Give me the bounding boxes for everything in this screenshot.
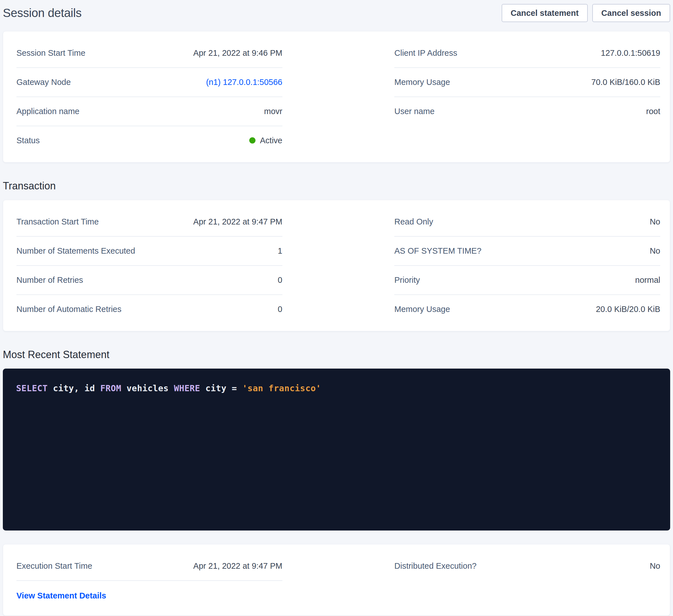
row-label: Session Start Time [16, 48, 85, 58]
row-value: 20.0 KiB/20.0 KiB [596, 304, 660, 314]
sql-token: 'san francisco' [242, 383, 321, 393]
sql-statement-text: SELECT city, id FROM vehicles WHERE city… [16, 383, 657, 393]
row-value: No [650, 217, 660, 227]
row-label: Distributed Execution? [394, 561, 476, 571]
summary-row-gateway-node: Gateway Node (n1) 127.0.0.1:50566 [16, 68, 282, 97]
status-text: Active [260, 136, 282, 145]
transaction-right-column: Read Only No AS OF SYSTEM TIME? No Prior… [394, 208, 660, 324]
view-statement-details-link[interactable]: View Statement Details [16, 591, 106, 600]
row-label: Execution Start Time [16, 561, 92, 571]
session-details-page: Session details Cancel statement Cancel … [0, 0, 673, 616]
row-value: 70.0 KiB/160.0 KiB [592, 77, 660, 87]
row-value: 0 [278, 275, 282, 285]
session-summary-columns: Session Start Time Apr 21, 2022 at 9:46 … [16, 39, 660, 155]
summary-row-statements-executed: Number of Statements Executed 1 [16, 237, 282, 266]
summary-row-client-ip: Client IP Address 127.0.0.1:50619 [394, 39, 660, 68]
gateway-node-link[interactable]: (n1) 127.0.0.1:50566 [206, 77, 282, 87]
summary-row-memory-usage: Memory Usage 70.0 KiB/160.0 KiB [394, 68, 660, 97]
row-value: No [650, 246, 660, 256]
execution-summary-card: Execution Start Time Apr 21, 2022 at 9:4… [3, 544, 670, 616]
cancel-session-button[interactable]: Cancel session [592, 4, 670, 22]
row-value: normal [635, 275, 660, 285]
row-label: Number of Statements Executed [16, 246, 135, 256]
summary-row-priority: Priority normal [394, 266, 660, 295]
status-active-dot-icon [249, 137, 255, 143]
summary-row-status: Status Active [16, 126, 282, 155]
row-label: Status [16, 135, 40, 145]
cancel-statement-button[interactable]: Cancel statement [502, 4, 588, 22]
session-summary-right-column: Client IP Address 127.0.0.1:50619 Memory… [394, 39, 660, 155]
transaction-columns: Transaction Start Time Apr 21, 2022 at 9… [16, 208, 660, 324]
sql-statement-box: SELECT city, id FROM vehicles WHERE city… [3, 369, 670, 531]
row-value: No [650, 561, 660, 571]
summary-row-application-name: Application name movr [16, 97, 282, 126]
row-label: Transaction Start Time [16, 217, 99, 227]
sql-token: WHERE [174, 383, 200, 393]
summary-row-execution-start-time: Execution Start Time Apr 21, 2022 at 9:4… [16, 552, 282, 581]
summary-row-read-only: Read Only No [394, 208, 660, 237]
sql-token: FROM [100, 383, 121, 393]
session-summary-left-column: Session Start Time Apr 21, 2022 at 9:46 … [16, 39, 282, 155]
row-label: Read Only [394, 217, 433, 227]
row-value: Apr 21, 2022 at 9:47 PM [193, 217, 282, 227]
row-label: Gateway Node [16, 77, 71, 87]
summary-row-distributed-execution: Distributed Execution? No [394, 552, 660, 580]
header-actions: Cancel statement Cancel session [502, 4, 670, 22]
row-label: Memory Usage [394, 77, 450, 87]
summary-row-session-start-time: Session Start Time Apr 21, 2022 at 9:46 … [16, 39, 282, 68]
summary-row-user-name: User name root [394, 97, 660, 126]
summary-row-automatic-retries: Number of Automatic Retries 0 [16, 295, 282, 324]
sql-token: city, id [48, 383, 100, 393]
row-value: Apr 21, 2022 at 9:46 PM [193, 48, 282, 58]
execution-right-column: Distributed Execution? No [394, 552, 660, 603]
sql-token: SELECT [16, 383, 48, 393]
session-summary-card: Session Start Time Apr 21, 2022 at 9:46 … [3, 31, 670, 163]
row-value: 127.0.0.1:50619 [601, 48, 660, 58]
row-value: 0 [278, 304, 282, 314]
most-recent-statement-heading: Most Recent Statement [3, 349, 670, 361]
transaction-summary-card: Transaction Start Time Apr 21, 2022 at 9… [3, 200, 670, 331]
page-title: Session details [3, 6, 81, 20]
page-header: Session details Cancel statement Cancel … [3, 4, 670, 22]
row-label: Priority [394, 275, 420, 285]
summary-row-transaction-start-time: Transaction Start Time Apr 21, 2022 at 9… [16, 208, 282, 237]
row-value: movr [264, 106, 282, 116]
row-value: 1 [278, 246, 282, 256]
row-value: Apr 21, 2022 at 9:47 PM [193, 561, 282, 571]
status-value: Active [249, 135, 282, 145]
view-statement-details-row: View Statement Details [16, 581, 282, 603]
row-label: Number of Automatic Retries [16, 304, 122, 314]
row-value: root [646, 106, 660, 116]
row-label: Memory Usage [394, 304, 450, 314]
summary-row-txn-memory-usage: Memory Usage 20.0 KiB/20.0 KiB [394, 295, 660, 324]
execution-columns: Execution Start Time Apr 21, 2022 at 9:4… [16, 552, 660, 603]
sql-token: city = [200, 383, 242, 393]
sql-token: vehicles [121, 383, 174, 393]
row-label: Client IP Address [394, 48, 457, 58]
summary-row-number-of-retries: Number of Retries 0 [16, 266, 282, 295]
row-label: Application name [16, 106, 79, 116]
row-label: Number of Retries [16, 275, 83, 285]
execution-left-column: Execution Start Time Apr 21, 2022 at 9:4… [16, 552, 282, 603]
transaction-left-column: Transaction Start Time Apr 21, 2022 at 9… [16, 208, 282, 324]
summary-row-as-of-system-time: AS OF SYSTEM TIME? No [394, 237, 660, 266]
row-label: AS OF SYSTEM TIME? [394, 246, 481, 256]
row-label: User name [394, 106, 435, 116]
transaction-section-heading: Transaction [3, 180, 670, 192]
